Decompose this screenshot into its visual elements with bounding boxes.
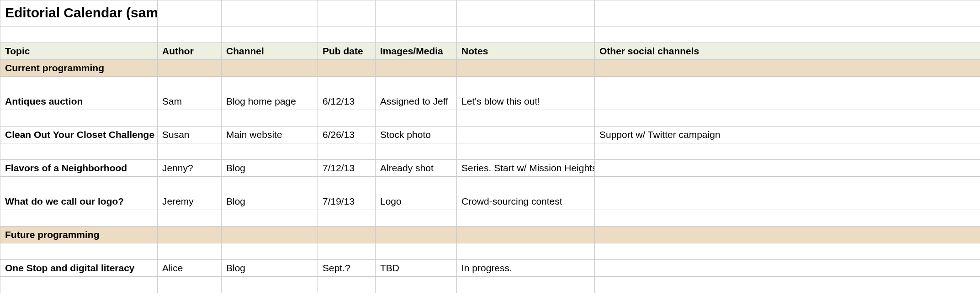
header-images[interactable]: Images/Media [376,43,457,60]
title-row[interactable]: Editorial Calendar (sample) [0,0,980,26]
cell[interactable] [0,243,158,260]
cell[interactable] [318,177,376,193]
page-title[interactable]: Editorial Calendar (sample) [0,0,158,26]
cell-other[interactable] [595,193,980,210]
blank-row[interactable] [0,26,980,43]
cell[interactable] [457,210,595,227]
cell[interactable] [376,26,457,43]
cell[interactable] [222,143,318,160]
cell[interactable] [0,210,158,227]
cell[interactable] [318,227,376,243]
table-row[interactable]: Clean Out Your Closet Challenge Susan Ma… [0,127,980,143]
cell-topic[interactable]: Antiques auction [0,93,158,110]
cell[interactable] [457,26,595,43]
cell-other[interactable] [595,260,980,277]
cell-topic[interactable]: Clean Out Your Closet Challenge [0,127,158,143]
cell[interactable] [158,110,222,127]
blank-row[interactable] [0,77,980,93]
cell[interactable] [158,143,222,160]
cell[interactable] [158,177,222,193]
cell[interactable] [595,277,980,293]
cell[interactable] [376,143,457,160]
cell-images[interactable]: TBD [376,260,457,277]
cell-channel[interactable]: Blog [222,260,318,277]
blank-row[interactable] [0,243,980,260]
cell[interactable] [318,77,376,93]
cell-notes[interactable]: In progress. [457,260,595,277]
cell-channel[interactable]: Blog [222,193,318,210]
cell[interactable] [318,110,376,127]
cell[interactable] [376,0,457,26]
cell-images[interactable]: Stock photo [376,127,457,143]
cell[interactable] [0,277,158,293]
header-topic[interactable]: Topic [0,43,158,60]
cell[interactable] [318,243,376,260]
header-channel[interactable]: Channel [222,43,318,60]
cell-author[interactable]: Susan [158,127,222,143]
cell[interactable] [457,110,595,127]
cell-topic[interactable]: Flavors of a Neighborhood [0,160,158,177]
cell[interactable] [0,110,158,127]
cell[interactable] [158,277,222,293]
cell[interactable] [158,77,222,93]
cell-pubdate[interactable]: 6/12/13 [318,93,376,110]
cell[interactable] [595,26,980,43]
cell[interactable] [457,77,595,93]
cell[interactable] [222,110,318,127]
cell-pubdate[interactable]: 6/26/13 [318,127,376,143]
cell[interactable] [222,227,318,243]
cell[interactable] [318,60,376,77]
cell[interactable] [595,177,980,193]
cell[interactable] [0,26,158,43]
cell-author[interactable]: Sam [158,93,222,110]
cell[interactable] [376,177,457,193]
cell[interactable] [595,143,980,160]
header-author[interactable]: Author [158,43,222,60]
cell[interactable] [595,110,980,127]
cell[interactable] [457,227,595,243]
cell[interactable] [0,177,158,193]
cell[interactable] [595,0,980,26]
cell[interactable] [376,110,457,127]
cell-topic[interactable]: What do we call our logo? [0,193,158,210]
cell-channel[interactable]: Blog home page [222,93,318,110]
cell[interactable] [595,227,980,243]
cell[interactable] [0,77,158,93]
cell[interactable] [318,26,376,43]
cell[interactable] [457,60,595,77]
cell[interactable] [158,26,222,43]
cell[interactable] [595,210,980,227]
blank-row[interactable] [0,177,980,193]
cell-author[interactable]: Jenny? [158,160,222,177]
blank-row[interactable] [0,110,980,127]
cell-other[interactable]: Support w/ Twitter campaign [595,127,980,143]
cell-images[interactable]: Logo [376,193,457,210]
cell[interactable] [222,77,318,93]
cell[interactable] [595,60,980,77]
cell[interactable] [158,210,222,227]
section-current-row[interactable]: Current programming [0,60,980,77]
table-row[interactable]: One Stop and digital literacy Alice Blog… [0,260,980,277]
cell[interactable] [318,0,376,26]
cell[interactable] [457,0,595,26]
cell[interactable] [318,143,376,160]
cell[interactable] [376,77,457,93]
cell-pubdate[interactable]: Sept.? [318,260,376,277]
section-future-label[interactable]: Future programming [0,227,158,243]
cell-notes[interactable] [457,127,595,143]
cell[interactable] [376,210,457,227]
header-notes[interactable]: Notes [457,43,595,60]
cell-author[interactable]: Alice [158,260,222,277]
cell[interactable] [222,0,318,26]
cell-topic[interactable]: One Stop and digital literacy [0,260,158,277]
cell[interactable] [222,26,318,43]
cell[interactable] [376,227,457,243]
cell-other[interactable] [595,93,980,110]
cell[interactable] [158,243,222,260]
cell-pubdate[interactable]: 7/19/13 [318,193,376,210]
cell[interactable] [376,60,457,77]
cell[interactable] [158,0,222,26]
section-current-label[interactable]: Current programming [0,60,158,77]
cell-channel[interactable]: Blog [222,160,318,177]
cell[interactable] [376,277,457,293]
